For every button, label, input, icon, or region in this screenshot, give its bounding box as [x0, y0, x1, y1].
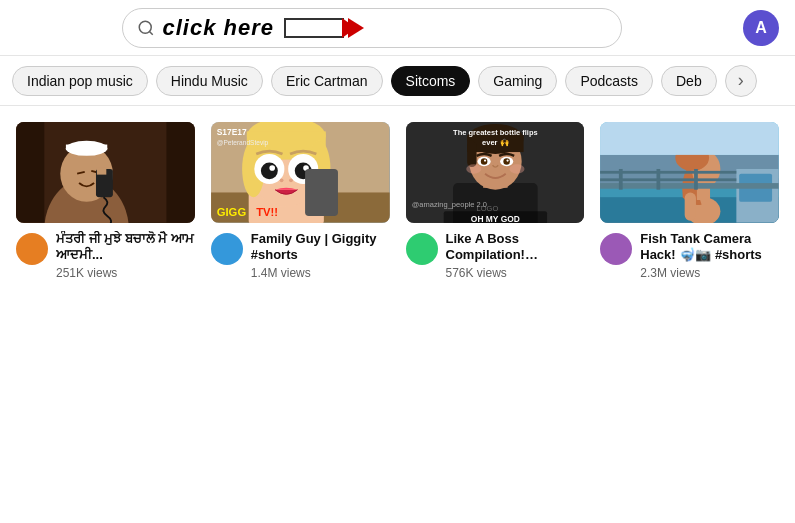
svg-point-49	[509, 164, 524, 173]
video-info-1: ਮੰਤਰੀ ਜੀ ਮੁਝੇ ਬਚਾਲੋ ਮੈ ਆਮ ਆਦਮੀ... 251K v…	[16, 223, 195, 285]
svg-text:GIGG: GIGG	[216, 206, 246, 218]
svg-text:@amazing_people 2.0: @amazing_people 2.0	[411, 200, 486, 209]
thumbnail-3: LOGO	[406, 122, 585, 223]
channel-avatar-1	[16, 233, 48, 265]
header: click here A	[0, 0, 795, 56]
svg-point-47	[506, 159, 508, 161]
chip-indian-pop-music[interactable]: Indian pop music	[12, 66, 148, 96]
svg-text:TV!!: TV!!	[256, 206, 278, 218]
search-bar[interactable]: click here	[122, 8, 622, 48]
svg-line-1	[149, 31, 152, 34]
chip-sitcoms[interactable]: Sitcoms	[391, 66, 471, 96]
thumbnail-4	[600, 122, 779, 223]
video-views-3: 576K views	[446, 266, 585, 280]
chip-eric-cartman[interactable]: Eric Cartman	[271, 66, 383, 96]
svg-rect-72	[600, 178, 736, 181]
filter-bar: Indian pop music Hindu Music Eric Cartma…	[0, 56, 795, 106]
channel-avatar-3	[406, 233, 438, 265]
thumbnail-1	[16, 122, 195, 223]
svg-point-45	[503, 158, 510, 165]
svg-point-46	[483, 159, 485, 161]
svg-rect-66	[600, 122, 779, 155]
video-details-1: ਮੰਤਰੀ ਜੀ ਮੁਝੇ ਬਚਾਲੋ ਮੈ ਆਮ ਆਦਮੀ... 251K v…	[56, 231, 195, 281]
svg-rect-65	[685, 192, 696, 220]
svg-point-48	[466, 164, 481, 173]
chip-deb[interactable]: Deb	[661, 66, 717, 96]
video-views-1: 251K views	[56, 266, 195, 280]
video-title-2: Family Guy | Giggity #shorts	[251, 231, 390, 265]
avatar[interactable]: A	[743, 10, 779, 46]
video-details-4: Fish Tank Camera Hack! 🤿📷 #shorts 2.3M v…	[640, 231, 779, 281]
svg-point-23	[261, 162, 278, 179]
svg-point-27	[279, 178, 283, 182]
video-views-4: 2.3M views	[640, 266, 779, 280]
video-card-1[interactable]: ਮੰਤਰੀ ਜੀ ਮੁਝੇ ਬਚਾਲੋ ਮੈ ਆਮ ਆਦਮੀ... 251K v…	[8, 114, 203, 292]
video-title-3: Like A Boss Compilation! Amazing...	[446, 231, 585, 265]
video-card-4[interactable]: Fish Tank Camera Hack! 🤿📷 #shorts 2.3M v…	[592, 114, 787, 292]
svg-point-0	[139, 21, 151, 33]
svg-text:@PeterandStevip: @PeterandStevip	[216, 139, 268, 147]
video-title-1: ਮੰਤਰੀ ਜੀ ਮੁਝੇ ਬਚਾਲੋ ਮੈ ਆਮ ਆਦਮੀ...	[56, 231, 195, 265]
svg-text:OH MY GOD: OH MY GOD	[470, 214, 519, 223]
video-title-4: Fish Tank Camera Hack! 🤿📷 #shorts	[640, 231, 779, 265]
chip-gaming[interactable]: Gaming	[478, 66, 557, 96]
svg-rect-11	[16, 122, 44, 223]
svg-point-44	[480, 158, 487, 165]
svg-point-25	[269, 165, 275, 171]
chip-hindu-music[interactable]: Hindu Music	[156, 66, 263, 96]
video-card-2[interactable]: S17E17 @PeterandStevip GIGG TV!! Family …	[203, 114, 398, 292]
more-filters-button[interactable]: ›	[725, 65, 757, 97]
video-views-2: 1.4M views	[251, 266, 390, 280]
video-info-2: Family Guy | Giggity #shorts 1.4M views	[211, 223, 390, 285]
video-grid: ਮੰਤਰੀ ਜੀ ਮੁਝੇ ਬਚਾਲੋ ਮੈ ਆਮ ਆਦਮੀ... 251K v…	[0, 106, 795, 292]
svg-rect-10	[97, 167, 106, 175]
svg-rect-71	[600, 171, 736, 174]
video-info-3: Like A Boss Compilation! Amazing... 576K…	[406, 223, 585, 285]
video-details-2: Family Guy | Giggity #shorts 1.4M views	[251, 231, 390, 281]
svg-rect-29	[305, 169, 338, 216]
svg-rect-67	[600, 183, 779, 189]
arrow-graphic	[284, 18, 364, 38]
svg-rect-41	[467, 141, 476, 167]
channel-avatar-4	[600, 233, 632, 265]
svg-rect-12	[166, 122, 194, 223]
video-details-3: Like A Boss Compilation! Amazing... 576K…	[446, 231, 585, 281]
click-here-label: click here	[163, 15, 275, 41]
thumbnail-2: S17E17 @PeterandStevip GIGG TV!!	[211, 122, 390, 223]
channel-avatar-2	[211, 233, 243, 265]
svg-point-28	[289, 178, 293, 182]
arrow-box	[284, 18, 344, 38]
svg-text:ever 🙌: ever 🙌	[482, 138, 510, 147]
svg-text:S17E17: S17E17	[216, 127, 246, 137]
chip-podcasts[interactable]: Podcasts	[565, 66, 653, 96]
svg-rect-6	[66, 145, 107, 151]
video-info-4: Fish Tank Camera Hack! 🤿📷 #shorts 2.3M v…	[600, 223, 779, 285]
video-card-3[interactable]: LOGO	[398, 114, 593, 292]
search-icon	[137, 19, 155, 37]
svg-text:The greatest bottle flips: The greatest bottle flips	[453, 128, 538, 137]
